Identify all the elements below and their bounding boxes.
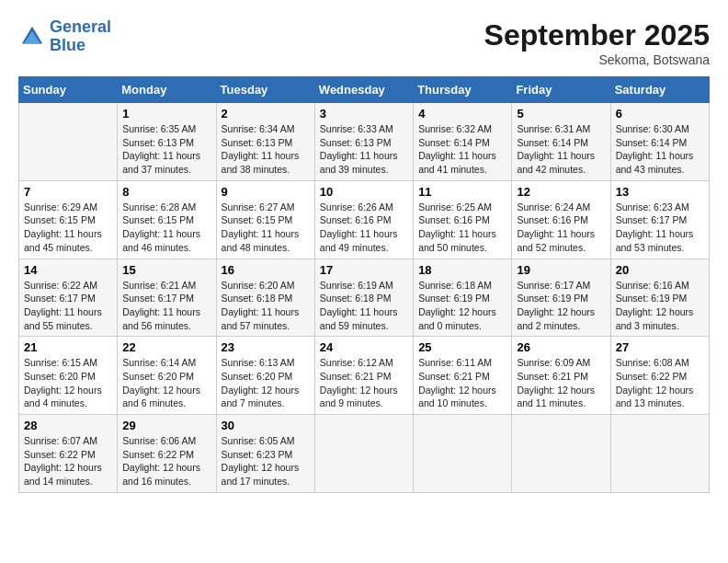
day-info: Sunrise: 6:21 AMSunset: 6:17 PMDaylight:… bbox=[122, 279, 210, 333]
day-info: Sunrise: 6:35 AMSunset: 6:13 PMDaylight:… bbox=[122, 122, 210, 177]
weekday-header: Tuesday bbox=[216, 77, 314, 103]
calendar-week-row: 14 Sunrise: 6:22 AMSunset: 6:17 PMDaylig… bbox=[19, 259, 710, 337]
day-info: Sunrise: 6:17 AMSunset: 6:19 PMDaylight:… bbox=[517, 279, 605, 333]
logo-text: General Blue bbox=[50, 18, 111, 55]
calendar-cell bbox=[610, 415, 709, 493]
day-number: 25 bbox=[418, 340, 506, 354]
weekday-header: Sunday bbox=[19, 77, 118, 103]
calendar-cell: 2 Sunrise: 6:34 AMSunset: 6:13 PMDayligh… bbox=[216, 103, 314, 181]
day-info: Sunrise: 6:27 AMSunset: 6:15 PMDaylight:… bbox=[222, 201, 310, 255]
calendar-week-row: 28 Sunrise: 6:07 AMSunset: 6:22 PMDaylig… bbox=[19, 415, 710, 493]
calendar-cell: 9 Sunrise: 6:27 AMSunset: 6:15 PMDayligh… bbox=[216, 180, 314, 259]
day-number: 11 bbox=[418, 185, 506, 199]
day-info: Sunrise: 6:05 AMSunset: 6:23 PMDaylight:… bbox=[222, 434, 310, 488]
calendar-cell: 26 Sunrise: 6:09 AMSunset: 6:21 PMDaylig… bbox=[512, 337, 610, 415]
calendar-cell: 4 Sunrise: 6:32 AMSunset: 6:14 PMDayligh… bbox=[414, 103, 512, 181]
day-info: Sunrise: 6:25 AMSunset: 6:16 PMDaylight:… bbox=[418, 201, 506, 255]
calendar-cell: 10 Sunrise: 6:26 AMSunset: 6:16 PMDaylig… bbox=[314, 180, 413, 259]
day-number: 27 bbox=[616, 340, 704, 354]
title-block: September 2025 Sekoma, Botswana bbox=[484, 18, 710, 67]
day-number: 9 bbox=[222, 185, 310, 199]
logo: General Blue bbox=[18, 18, 111, 55]
calendar-cell: 28 Sunrise: 6:07 AMSunset: 6:22 PMDaylig… bbox=[19, 415, 118, 493]
calendar-cell bbox=[414, 415, 512, 493]
day-info: Sunrise: 6:11 AMSunset: 6:21 PMDaylight:… bbox=[418, 356, 506, 410]
calendar-cell: 14 Sunrise: 6:22 AMSunset: 6:17 PMDaylig… bbox=[19, 259, 118, 337]
calendar-cell: 21 Sunrise: 6:15 AMSunset: 6:20 PMDaylig… bbox=[19, 337, 118, 415]
day-info: Sunrise: 6:20 AMSunset: 6:18 PMDaylight:… bbox=[222, 279, 310, 333]
calendar-cell: 30 Sunrise: 6:05 AMSunset: 6:23 PMDaylig… bbox=[216, 415, 314, 493]
day-number: 1 bbox=[122, 107, 210, 121]
day-info: Sunrise: 6:33 AMSunset: 6:13 PMDaylight:… bbox=[320, 122, 408, 177]
calendar-cell bbox=[19, 103, 118, 181]
day-number: 23 bbox=[222, 340, 310, 354]
day-info: Sunrise: 6:31 AMSunset: 6:14 PMDaylight:… bbox=[517, 122, 605, 177]
day-number: 10 bbox=[320, 185, 408, 199]
calendar-cell: 8 Sunrise: 6:28 AMSunset: 6:15 PMDayligh… bbox=[118, 180, 216, 259]
day-info: Sunrise: 6:08 AMSunset: 6:22 PMDaylight:… bbox=[616, 356, 704, 410]
calendar-cell: 1 Sunrise: 6:35 AMSunset: 6:13 PMDayligh… bbox=[118, 103, 216, 181]
calendar-cell bbox=[512, 415, 610, 493]
day-info: Sunrise: 6:16 AMSunset: 6:19 PMDaylight:… bbox=[616, 279, 704, 333]
day-number: 18 bbox=[418, 263, 506, 277]
day-number: 20 bbox=[616, 263, 704, 277]
day-number: 19 bbox=[517, 263, 605, 277]
day-number: 28 bbox=[24, 419, 112, 432]
day-number: 5 bbox=[517, 107, 605, 121]
day-number: 12 bbox=[517, 185, 605, 199]
day-number: 6 bbox=[616, 107, 704, 121]
weekday-header-row: SundayMondayTuesdayWednesdayThursdayFrid… bbox=[19, 77, 710, 103]
calendar-cell: 15 Sunrise: 6:21 AMSunset: 6:17 PMDaylig… bbox=[118, 259, 216, 337]
day-info: Sunrise: 6:12 AMSunset: 6:21 PMDaylight:… bbox=[320, 356, 408, 410]
calendar-cell: 24 Sunrise: 6:12 AMSunset: 6:21 PMDaylig… bbox=[314, 337, 413, 415]
day-number: 30 bbox=[222, 419, 310, 432]
day-number: 21 bbox=[24, 340, 112, 354]
day-number: 17 bbox=[320, 263, 408, 277]
day-info: Sunrise: 6:13 AMSunset: 6:20 PMDaylight:… bbox=[222, 356, 310, 410]
day-number: 13 bbox=[616, 185, 704, 199]
day-number: 14 bbox=[24, 263, 112, 277]
day-number: 22 bbox=[122, 340, 210, 354]
day-info: Sunrise: 6:24 AMSunset: 6:16 PMDaylight:… bbox=[517, 201, 605, 255]
day-info: Sunrise: 6:22 AMSunset: 6:17 PMDaylight:… bbox=[24, 279, 112, 333]
calendar-cell: 18 Sunrise: 6:18 AMSunset: 6:19 PMDaylig… bbox=[414, 259, 512, 337]
day-info: Sunrise: 6:09 AMSunset: 6:21 PMDaylight:… bbox=[517, 356, 605, 410]
weekday-header: Monday bbox=[118, 77, 216, 103]
calendar-cell: 29 Sunrise: 6:06 AMSunset: 6:22 PMDaylig… bbox=[118, 415, 216, 493]
calendar-cell: 3 Sunrise: 6:33 AMSunset: 6:13 PMDayligh… bbox=[314, 103, 413, 181]
day-number: 24 bbox=[320, 340, 408, 354]
calendar-cell: 17 Sunrise: 6:19 AMSunset: 6:18 PMDaylig… bbox=[314, 259, 413, 337]
calendar-cell: 16 Sunrise: 6:20 AMSunset: 6:18 PMDaylig… bbox=[216, 259, 314, 337]
day-info: Sunrise: 6:19 AMSunset: 6:18 PMDaylight:… bbox=[320, 279, 408, 333]
day-number: 7 bbox=[24, 185, 112, 199]
day-info: Sunrise: 6:34 AMSunset: 6:13 PMDaylight:… bbox=[222, 122, 310, 177]
weekday-header: Saturday bbox=[610, 77, 709, 103]
calendar-cell: 12 Sunrise: 6:24 AMSunset: 6:16 PMDaylig… bbox=[512, 180, 610, 259]
day-number: 16 bbox=[222, 263, 310, 277]
weekday-header: Thursday bbox=[414, 77, 512, 103]
calendar-cell: 5 Sunrise: 6:31 AMSunset: 6:14 PMDayligh… bbox=[512, 103, 610, 181]
day-info: Sunrise: 6:26 AMSunset: 6:16 PMDaylight:… bbox=[320, 201, 408, 255]
day-number: 4 bbox=[418, 107, 506, 121]
calendar-week-row: 21 Sunrise: 6:15 AMSunset: 6:20 PMDaylig… bbox=[19, 337, 710, 415]
day-info: Sunrise: 6:32 AMSunset: 6:14 PMDaylight:… bbox=[418, 122, 506, 177]
day-info: Sunrise: 6:14 AMSunset: 6:20 PMDaylight:… bbox=[122, 356, 210, 410]
calendar-table: SundayMondayTuesdayWednesdayThursdayFrid… bbox=[18, 76, 710, 493]
day-info: Sunrise: 6:18 AMSunset: 6:19 PMDaylight:… bbox=[418, 279, 506, 333]
calendar-cell: 7 Sunrise: 6:29 AMSunset: 6:15 PMDayligh… bbox=[19, 180, 118, 259]
day-number: 8 bbox=[122, 185, 210, 199]
day-number: 15 bbox=[122, 263, 210, 277]
day-number: 29 bbox=[122, 419, 210, 432]
calendar-cell: 19 Sunrise: 6:17 AMSunset: 6:19 PMDaylig… bbox=[512, 259, 610, 337]
calendar-cell: 13 Sunrise: 6:23 AMSunset: 6:17 PMDaylig… bbox=[610, 180, 709, 259]
calendar-cell: 27 Sunrise: 6:08 AMSunset: 6:22 PMDaylig… bbox=[610, 337, 709, 415]
day-info: Sunrise: 6:28 AMSunset: 6:15 PMDaylight:… bbox=[122, 201, 210, 255]
logo-icon bbox=[18, 23, 46, 51]
calendar-cell: 22 Sunrise: 6:14 AMSunset: 6:20 PMDaylig… bbox=[118, 337, 216, 415]
day-number: 3 bbox=[320, 107, 408, 121]
calendar-cell: 20 Sunrise: 6:16 AMSunset: 6:19 PMDaylig… bbox=[610, 259, 709, 337]
calendar-cell: 23 Sunrise: 6:13 AMSunset: 6:20 PMDaylig… bbox=[216, 337, 314, 415]
weekday-header: Wednesday bbox=[314, 77, 413, 103]
day-info: Sunrise: 6:23 AMSunset: 6:17 PMDaylight:… bbox=[616, 201, 704, 255]
day-info: Sunrise: 6:29 AMSunset: 6:15 PMDaylight:… bbox=[24, 201, 112, 255]
